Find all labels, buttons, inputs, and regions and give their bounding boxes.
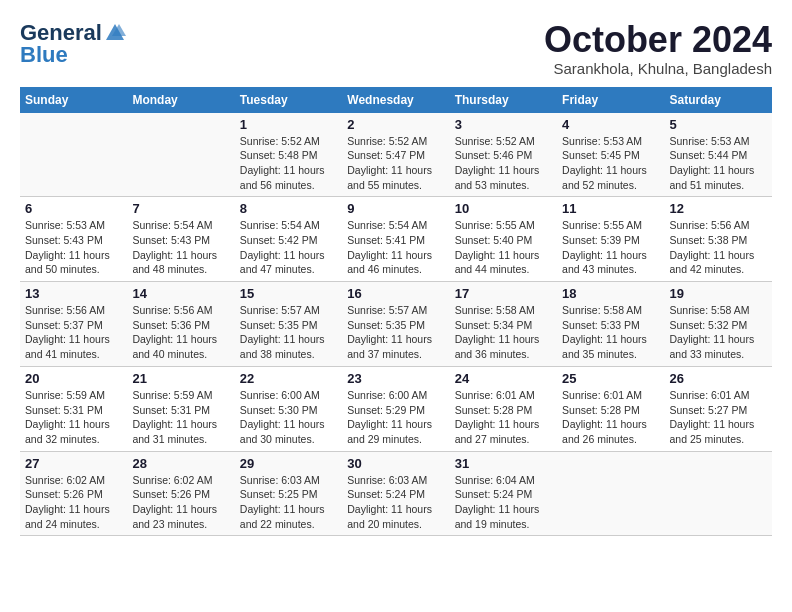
day-number: 15: [240, 286, 337, 301]
day-number: 30: [347, 456, 444, 471]
weekday-header-tuesday: Tuesday: [235, 87, 342, 113]
day-info: Sunrise: 6:00 AMSunset: 5:29 PMDaylight:…: [347, 388, 444, 447]
day-info: Sunrise: 5:52 AMSunset: 5:47 PMDaylight:…: [347, 134, 444, 193]
day-info: Sunrise: 5:55 AMSunset: 5:39 PMDaylight:…: [562, 218, 659, 277]
day-info: Sunrise: 5:54 AMSunset: 5:43 PMDaylight:…: [132, 218, 229, 277]
calendar-body: 1Sunrise: 5:52 AMSunset: 5:48 PMDaylight…: [20, 113, 772, 536]
weekday-header-row: SundayMondayTuesdayWednesdayThursdayFrid…: [20, 87, 772, 113]
logo-blue: Blue: [20, 42, 68, 68]
day-number: 19: [670, 286, 767, 301]
day-info: Sunrise: 5:56 AMSunset: 5:36 PMDaylight:…: [132, 303, 229, 362]
day-number: 23: [347, 371, 444, 386]
calendar-cell: 27Sunrise: 6:02 AMSunset: 5:26 PMDayligh…: [20, 451, 127, 536]
day-info: Sunrise: 5:54 AMSunset: 5:42 PMDaylight:…: [240, 218, 337, 277]
calendar-cell: 29Sunrise: 6:03 AMSunset: 5:25 PMDayligh…: [235, 451, 342, 536]
calendar-cell: [20, 113, 127, 197]
calendar-cell: 10Sunrise: 5:55 AMSunset: 5:40 PMDayligh…: [450, 197, 557, 282]
day-number: 26: [670, 371, 767, 386]
day-info: Sunrise: 6:02 AMSunset: 5:26 PMDaylight:…: [132, 473, 229, 532]
calendar-cell: 1Sunrise: 5:52 AMSunset: 5:48 PMDaylight…: [235, 113, 342, 197]
day-number: 13: [25, 286, 122, 301]
day-number: 25: [562, 371, 659, 386]
day-number: 21: [132, 371, 229, 386]
week-row-3: 13Sunrise: 5:56 AMSunset: 5:37 PMDayligh…: [20, 282, 772, 367]
calendar-table: SundayMondayTuesdayWednesdayThursdayFrid…: [20, 87, 772, 537]
calendar-cell: 25Sunrise: 6:01 AMSunset: 5:28 PMDayligh…: [557, 366, 664, 451]
day-number: 8: [240, 201, 337, 216]
calendar-cell: 17Sunrise: 5:58 AMSunset: 5:34 PMDayligh…: [450, 282, 557, 367]
calendar-cell: 31Sunrise: 6:04 AMSunset: 5:24 PMDayligh…: [450, 451, 557, 536]
calendar-cell: 9Sunrise: 5:54 AMSunset: 5:41 PMDaylight…: [342, 197, 449, 282]
weekday-header-friday: Friday: [557, 87, 664, 113]
calendar-cell: 13Sunrise: 5:56 AMSunset: 5:37 PMDayligh…: [20, 282, 127, 367]
weekday-header-sunday: Sunday: [20, 87, 127, 113]
calendar-cell: 21Sunrise: 5:59 AMSunset: 5:31 PMDayligh…: [127, 366, 234, 451]
day-info: Sunrise: 6:01 AMSunset: 5:28 PMDaylight:…: [562, 388, 659, 447]
calendar-cell: [665, 451, 772, 536]
calendar-cell: 19Sunrise: 5:58 AMSunset: 5:32 PMDayligh…: [665, 282, 772, 367]
day-number: 10: [455, 201, 552, 216]
calendar-cell: 22Sunrise: 6:00 AMSunset: 5:30 PMDayligh…: [235, 366, 342, 451]
day-number: 7: [132, 201, 229, 216]
day-number: 22: [240, 371, 337, 386]
location: Sarankhola, Khulna, Bangladesh: [544, 60, 772, 77]
calendar-cell: 12Sunrise: 5:56 AMSunset: 5:38 PMDayligh…: [665, 197, 772, 282]
weekday-header-monday: Monday: [127, 87, 234, 113]
calendar-cell: 20Sunrise: 5:59 AMSunset: 5:31 PMDayligh…: [20, 366, 127, 451]
day-info: Sunrise: 5:59 AMSunset: 5:31 PMDaylight:…: [132, 388, 229, 447]
day-number: 5: [670, 117, 767, 132]
calendar-cell: [557, 451, 664, 536]
calendar-cell: 30Sunrise: 6:03 AMSunset: 5:24 PMDayligh…: [342, 451, 449, 536]
calendar-cell: [127, 113, 234, 197]
calendar-cell: 5Sunrise: 5:53 AMSunset: 5:44 PMDaylight…: [665, 113, 772, 197]
day-info: Sunrise: 5:59 AMSunset: 5:31 PMDaylight:…: [25, 388, 122, 447]
day-info: Sunrise: 6:03 AMSunset: 5:25 PMDaylight:…: [240, 473, 337, 532]
day-number: 14: [132, 286, 229, 301]
calendar-cell: 14Sunrise: 5:56 AMSunset: 5:36 PMDayligh…: [127, 282, 234, 367]
calendar-cell: 3Sunrise: 5:52 AMSunset: 5:46 PMDaylight…: [450, 113, 557, 197]
day-info: Sunrise: 6:01 AMSunset: 5:28 PMDaylight:…: [455, 388, 552, 447]
weekday-header-thursday: Thursday: [450, 87, 557, 113]
weekday-header-saturday: Saturday: [665, 87, 772, 113]
day-number: 28: [132, 456, 229, 471]
calendar-cell: 18Sunrise: 5:58 AMSunset: 5:33 PMDayligh…: [557, 282, 664, 367]
calendar-cell: 6Sunrise: 5:53 AMSunset: 5:43 PMDaylight…: [20, 197, 127, 282]
month-title: October 2024: [544, 20, 772, 60]
day-number: 3: [455, 117, 552, 132]
day-info: Sunrise: 5:58 AMSunset: 5:34 PMDaylight:…: [455, 303, 552, 362]
day-info: Sunrise: 5:55 AMSunset: 5:40 PMDaylight:…: [455, 218, 552, 277]
day-info: Sunrise: 5:58 AMSunset: 5:32 PMDaylight:…: [670, 303, 767, 362]
day-info: Sunrise: 5:57 AMSunset: 5:35 PMDaylight:…: [347, 303, 444, 362]
week-row-2: 6Sunrise: 5:53 AMSunset: 5:43 PMDaylight…: [20, 197, 772, 282]
calendar-cell: 28Sunrise: 6:02 AMSunset: 5:26 PMDayligh…: [127, 451, 234, 536]
day-info: Sunrise: 5:56 AMSunset: 5:38 PMDaylight:…: [670, 218, 767, 277]
title-block: October 2024 Sarankhola, Khulna, Banglad…: [544, 20, 772, 77]
day-number: 20: [25, 371, 122, 386]
day-info: Sunrise: 6:01 AMSunset: 5:27 PMDaylight:…: [670, 388, 767, 447]
day-info: Sunrise: 6:03 AMSunset: 5:24 PMDaylight:…: [347, 473, 444, 532]
day-number: 27: [25, 456, 122, 471]
day-number: 18: [562, 286, 659, 301]
week-row-4: 20Sunrise: 5:59 AMSunset: 5:31 PMDayligh…: [20, 366, 772, 451]
calendar-cell: 24Sunrise: 6:01 AMSunset: 5:28 PMDayligh…: [450, 366, 557, 451]
calendar-cell: 11Sunrise: 5:55 AMSunset: 5:39 PMDayligh…: [557, 197, 664, 282]
day-number: 1: [240, 117, 337, 132]
day-info: Sunrise: 5:52 AMSunset: 5:48 PMDaylight:…: [240, 134, 337, 193]
day-info: Sunrise: 5:54 AMSunset: 5:41 PMDaylight:…: [347, 218, 444, 277]
calendar-cell: 16Sunrise: 5:57 AMSunset: 5:35 PMDayligh…: [342, 282, 449, 367]
day-number: 29: [240, 456, 337, 471]
calendar-cell: 7Sunrise: 5:54 AMSunset: 5:43 PMDaylight…: [127, 197, 234, 282]
day-info: Sunrise: 5:53 AMSunset: 5:45 PMDaylight:…: [562, 134, 659, 193]
day-info: Sunrise: 6:04 AMSunset: 5:24 PMDaylight:…: [455, 473, 552, 532]
day-number: 12: [670, 201, 767, 216]
logo: General Blue: [20, 20, 126, 68]
week-row-5: 27Sunrise: 6:02 AMSunset: 5:26 PMDayligh…: [20, 451, 772, 536]
day-number: 6: [25, 201, 122, 216]
day-number: 2: [347, 117, 444, 132]
calendar-cell: 2Sunrise: 5:52 AMSunset: 5:47 PMDaylight…: [342, 113, 449, 197]
day-number: 24: [455, 371, 552, 386]
day-info: Sunrise: 6:02 AMSunset: 5:26 PMDaylight:…: [25, 473, 122, 532]
day-info: Sunrise: 5:58 AMSunset: 5:33 PMDaylight:…: [562, 303, 659, 362]
day-info: Sunrise: 5:53 AMSunset: 5:44 PMDaylight:…: [670, 134, 767, 193]
day-info: Sunrise: 5:57 AMSunset: 5:35 PMDaylight:…: [240, 303, 337, 362]
